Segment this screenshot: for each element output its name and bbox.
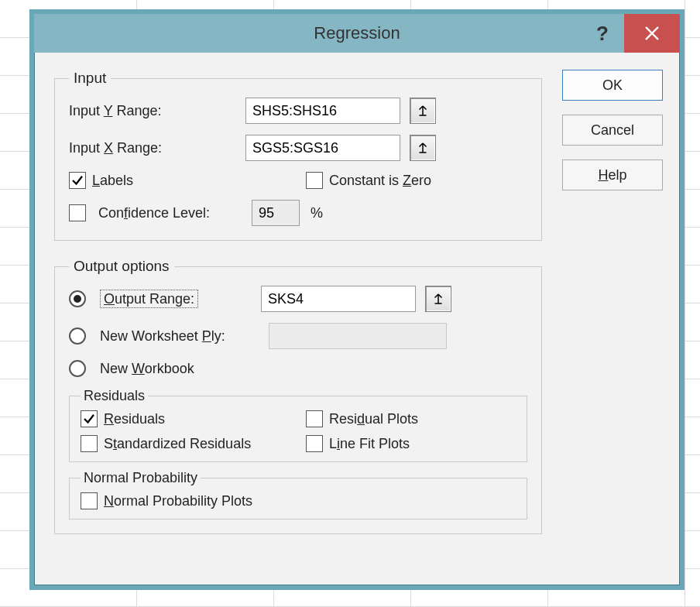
confidence-row: Confidence Level: % xyxy=(69,200,527,226)
input-group: Input Input Y Range: Input X Range: xyxy=(54,70,542,241)
residuals-group: Residuals Residuals xyxy=(69,388,527,462)
help-button[interactable]: Help xyxy=(562,159,663,190)
line-fit-plots-label[interactable]: Line Fit Plots xyxy=(329,436,410,452)
help-icon[interactable]: ? xyxy=(581,14,624,53)
titlebar-controls: ? xyxy=(581,14,680,53)
close-icon xyxy=(643,25,661,42)
input-y-row: Input Y Range: xyxy=(69,98,527,124)
cancel-button[interactable]: Cancel xyxy=(562,115,663,146)
new-worksheet-label[interactable]: New Worksheet Ply: xyxy=(100,328,262,345)
residuals-checkbox[interactable] xyxy=(81,410,98,427)
regression-dialog: Regression ? Input Input Y Range: xyxy=(29,9,685,590)
residuals-legend: Residuals xyxy=(81,388,148,404)
confidence-unit: % xyxy=(311,205,323,221)
new-worksheet-row: New Worksheet Ply: xyxy=(69,323,527,349)
standardized-residuals-label[interactable]: Standardized Residuals xyxy=(104,436,251,452)
labels-checkbox[interactable] xyxy=(69,172,86,189)
confidence-checkbox[interactable] xyxy=(69,204,86,221)
dialog-body: Input Input Y Range: Input X Range: xyxy=(34,53,680,568)
ok-button[interactable]: OK xyxy=(562,70,663,101)
new-workbook-radio[interactable] xyxy=(69,360,86,377)
normal-probability-legend: Normal Probability xyxy=(81,470,201,486)
collapse-icon xyxy=(416,104,430,118)
collapse-icon xyxy=(431,292,445,306)
input-y-range[interactable] xyxy=(245,98,400,124)
side-buttons: OK Cancel Help xyxy=(562,70,663,551)
input-x-range-picker[interactable] xyxy=(410,135,436,161)
input-x-label: Input X Range: xyxy=(69,140,239,156)
output-range-value[interactable] xyxy=(261,286,416,312)
output-range-label[interactable]: Output Range: xyxy=(100,291,255,307)
labels-zero-row: Labels Constant is Zero xyxy=(69,172,527,189)
constant-zero-label[interactable]: Constant is Zero xyxy=(329,173,431,189)
confidence-label[interactable]: Confidence Level: xyxy=(98,205,245,221)
input-legend: Input xyxy=(69,70,111,87)
close-button[interactable] xyxy=(624,14,680,53)
normal-probability-label[interactable]: Normal Probability Plots xyxy=(104,493,252,509)
new-worksheet-radio[interactable] xyxy=(69,328,86,345)
output-group: Output options Output Range: xyxy=(54,258,542,534)
standardized-residuals-checkbox[interactable] xyxy=(81,435,98,452)
check-icon xyxy=(70,173,84,187)
labels-label[interactable]: Labels xyxy=(92,173,133,189)
output-legend: Output options xyxy=(69,258,174,275)
new-workbook-row: New Workbook xyxy=(69,360,527,377)
output-range-row: Output Range: xyxy=(69,286,527,312)
normal-probability-checkbox[interactable] xyxy=(81,492,98,509)
output-range-radio[interactable] xyxy=(69,290,86,307)
residuals-label[interactable]: Residuals xyxy=(104,411,165,427)
check-icon xyxy=(82,412,96,426)
input-y-range-picker[interactable] xyxy=(410,98,436,124)
confidence-value[interactable] xyxy=(252,200,300,226)
input-y-label: Input Y Range: xyxy=(69,103,239,119)
normal-probability-group: Normal Probability Normal Probability Pl… xyxy=(69,470,527,520)
new-workbook-label[interactable]: New Workbook xyxy=(100,361,194,377)
main-column: Input Input Y Range: Input X Range: xyxy=(54,70,542,551)
dialog-title: Regression xyxy=(314,23,400,43)
input-x-row: Input X Range: xyxy=(69,135,527,161)
residual-plots-label[interactable]: Residual Plots xyxy=(329,411,418,427)
titlebar: Regression ? xyxy=(34,14,680,53)
new-worksheet-name[interactable] xyxy=(269,323,447,349)
constant-zero-checkbox[interactable] xyxy=(306,172,323,189)
output-range-picker[interactable] xyxy=(425,286,451,312)
input-x-range[interactable] xyxy=(245,135,400,161)
collapse-icon xyxy=(416,141,430,155)
line-fit-plots-checkbox[interactable] xyxy=(306,435,323,452)
residual-plots-checkbox[interactable] xyxy=(306,410,323,427)
